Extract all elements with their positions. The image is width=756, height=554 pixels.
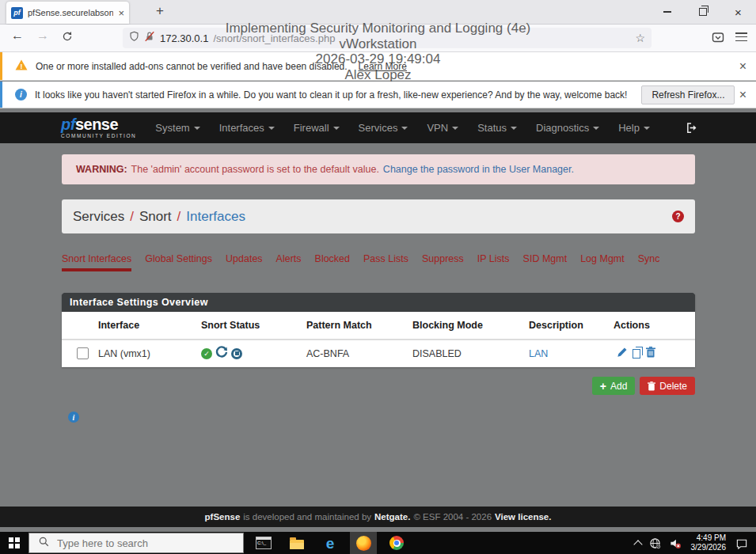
chevron-down-icon — [511, 127, 517, 130]
change-password-link[interactable]: Change the password in the User Manager. — [383, 164, 574, 175]
breadcrumb-separator: / — [177, 209, 181, 225]
help-icon[interactable]: ? — [672, 211, 684, 222]
breadcrumb-interfaces[interactable]: Interfaces — [186, 209, 245, 225]
delete-row-icon[interactable] — [646, 347, 655, 360]
clone-icon[interactable] — [633, 349, 640, 359]
col-actions: Actions — [612, 312, 695, 340]
minimize-button[interactable] — [649, 0, 685, 24]
row-checkbox[interactable] — [77, 347, 89, 359]
col-description: Description — [527, 312, 612, 340]
col-pattern-match: Pattern Match — [305, 312, 411, 340]
breadcrumb-separator: / — [130, 209, 134, 225]
info-stripe — [0, 82, 2, 108]
view-license-link[interactable]: View license. — [495, 512, 551, 522]
reload-icon[interactable] — [62, 31, 73, 45]
chevron-down-icon — [452, 127, 458, 130]
cell-interface: LAN (vmx1) — [97, 340, 199, 367]
menu-interfaces[interactable]: Interfaces — [219, 122, 275, 134]
tray-chevron-icon[interactable] — [631, 532, 645, 554]
warning-text: The 'admin' account password is set to t… — [131, 164, 379, 175]
taskbar-search[interactable] — [28, 533, 244, 553]
cell-pattern-match: AC-BNFA — [305, 340, 411, 367]
action-center-icon[interactable] — [731, 532, 756, 554]
firefox-taskbar-icon[interactable] — [350, 532, 377, 554]
learn-more-link[interactable]: Learn More — [359, 61, 407, 72]
snort-stop-icon[interactable] — [231, 348, 242, 359]
browser-tab[interactable]: pf pfSense.securelabsondemand.c × — [6, 2, 129, 24]
col-interface: Interface — [97, 312, 199, 340]
interfaces-table: Interface Snort Status Pattern Match Blo… — [62, 312, 695, 367]
col-snort-status: Snort Status — [199, 312, 305, 340]
snort-tab-bar: Snort Interfaces Global Settings Updates… — [62, 253, 695, 271]
logo-pf: pf — [61, 116, 75, 133]
breadcrumb-services[interactable]: Services — [73, 209, 124, 225]
tab-blocked[interactable]: Blocked — [315, 253, 350, 271]
new-tab-button[interactable]: + — [156, 3, 164, 19]
pfsense-footer: pfSense is developed and maintained by N… — [0, 507, 756, 527]
notification-close-icon[interactable]: × — [739, 59, 747, 74]
delete-button[interactable]: Delete — [640, 377, 695, 395]
tab-pass-lists[interactable]: Pass Lists — [363, 253, 408, 271]
close-button[interactable]: × — [720, 0, 756, 24]
insecure-lock-icon[interactable] — [144, 31, 155, 45]
pfsense-logo[interactable]: pfsense COMMUNITY EDITION — [61, 116, 136, 139]
volume-muted-icon[interactable] — [665, 532, 686, 554]
logout-icon[interactable] — [686, 122, 698, 137]
menu-status[interactable]: Status — [477, 122, 517, 134]
cell-blocking-mode: DISABLED — [411, 340, 527, 367]
pocket-icon[interactable] — [712, 31, 724, 47]
internet-explorer-icon[interactable]: e — [317, 532, 344, 554]
menu-help[interactable]: Help — [618, 122, 650, 134]
pfsense-favicon: pf — [11, 7, 23, 19]
footer-text: is developed and maintained by — [243, 512, 371, 522]
network-icon[interactable] — [645, 532, 665, 554]
menu-diagnostics[interactable]: Diagnostics — [536, 122, 599, 134]
cell-description-link[interactable]: LAN — [529, 348, 548, 359]
search-input[interactable] — [55, 537, 217, 550]
table-row: LAN (vmx1) ✓ AC-BNFA DISABLED LAN — [62, 340, 695, 367]
tab-alerts[interactable]: Alerts — [276, 253, 302, 271]
hamburger-menu-icon[interactable] — [735, 32, 747, 44]
tab-sid-mgmt[interactable]: SID Mgmt — [523, 253, 568, 271]
col-blocking-mode: Blocking Mode — [411, 312, 527, 340]
bookmark-star-icon[interactable]: ☆ — [635, 32, 645, 44]
start-button[interactable] — [0, 532, 28, 554]
forward-icon: → — [36, 28, 49, 43]
tab-close-icon[interactable]: × — [118, 7, 124, 19]
tab-global-settings[interactable]: Global Settings — [145, 253, 212, 271]
cmd-taskbar-icon[interactable] — [250, 532, 277, 554]
tab-updates[interactable]: Updates — [226, 253, 263, 271]
url-bar[interactable]: 172.30.0.1/snort/snort_interfaces.php ☆ — [123, 28, 652, 48]
menu-system[interactable]: System — [155, 122, 199, 134]
footer-company-link[interactable]: Netgate. — [374, 512, 410, 522]
restore-button[interactable] — [685, 0, 720, 24]
tab-ip-lists[interactable]: IP Lists — [477, 253, 510, 271]
tab-log-mgmt[interactable]: Log Mgmt — [580, 253, 625, 271]
snort-restart-icon[interactable] — [215, 346, 228, 361]
menu-services[interactable]: Services — [359, 122, 408, 134]
addons-notification-text: One or more installed add-ons cannot be … — [36, 61, 348, 72]
refresh-firefox-button[interactable]: Refresh Firefox... — [641, 85, 735, 104]
add-button[interactable]: +Add — [592, 377, 636, 395]
footer-copyright: © ESF 2004 - 2026 — [413, 512, 492, 522]
refresh-notification-text: It looks like you haven't started Firefo… — [35, 89, 627, 101]
svg-text:!: ! — [21, 63, 23, 70]
edit-icon[interactable] — [617, 347, 628, 360]
taskbar-clock[interactable]: 4:49 PM 3/29/2026 — [686, 533, 732, 552]
chevron-down-icon — [644, 127, 650, 130]
tracking-shield-icon[interactable] — [129, 31, 139, 45]
browser-titlebar: pf pfSense.securelabsondemand.c × + × — [0, 0, 756, 25]
pfsense-navbar: pfsense COMMUNITY EDITION System Interfa… — [0, 112, 756, 143]
clock-date: 3/29/2026 — [691, 543, 727, 552]
tab-snort-interfaces[interactable]: Snort Interfaces — [62, 253, 131, 271]
back-icon[interactable]: ← — [11, 28, 24, 43]
menu-firewall[interactable]: Firewall — [294, 122, 340, 134]
tab-suppress[interactable]: Suppress — [422, 253, 464, 271]
menu-vpn[interactable]: VPN — [427, 122, 458, 134]
file-explorer-icon[interactable] — [283, 532, 310, 554]
chrome-taskbar-icon[interactable] — [383, 532, 410, 554]
plus-icon: + — [600, 380, 606, 393]
notification-close-icon[interactable]: × — [739, 88, 747, 102]
tab-sync[interactable]: Sync — [638, 253, 660, 271]
breadcrumb-snort[interactable]: Snort — [139, 209, 172, 225]
